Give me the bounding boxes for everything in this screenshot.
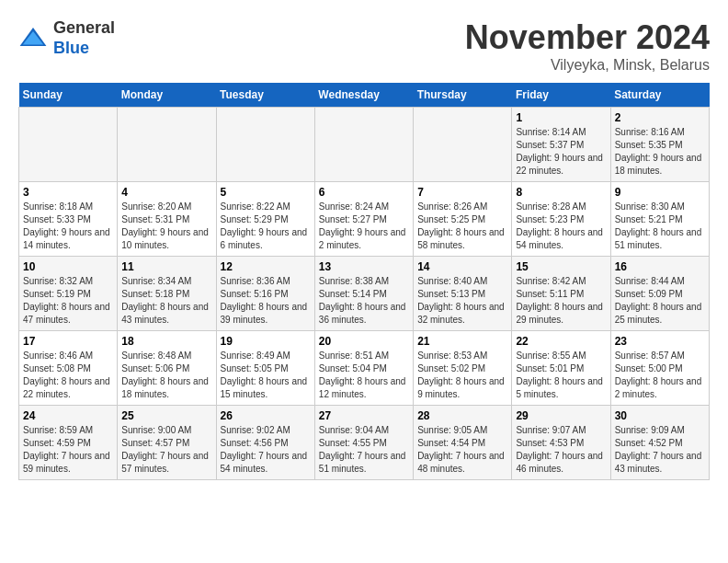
header-day-monday: Monday	[118, 83, 216, 108]
calendar-cell: 4Sunrise: 8:20 AM Sunset: 5:31 PM Daylig…	[118, 182, 216, 257]
header-day-friday: Friday	[512, 83, 610, 108]
day-number: 20	[319, 335, 409, 348]
calendar-cell: 10Sunrise: 8:32 AM Sunset: 5:19 PM Dayli…	[19, 257, 118, 331]
calendar-cell: 30Sunrise: 9:09 AM Sunset: 4:52 PM Dayli…	[610, 406, 709, 480]
day-number: 17	[23, 335, 113, 348]
calendar-cell: 27Sunrise: 9:04 AM Sunset: 4:55 PM Dayli…	[314, 406, 413, 480]
calendar-cell: 12Sunrise: 8:36 AM Sunset: 5:16 PM Dayli…	[216, 257, 314, 331]
day-number: 12	[221, 260, 311, 273]
day-info: Sunrise: 9:02 AM Sunset: 4:56 PM Dayligh…	[221, 424, 311, 476]
day-number: 9	[615, 186, 705, 199]
day-info: Sunrise: 8:30 AM Sunset: 5:21 PM Dayligh…	[615, 201, 705, 252]
calendar-cell: 13Sunrise: 8:38 AM Sunset: 5:14 PM Dayli…	[314, 257, 413, 331]
calendar-cell: 21Sunrise: 8:53 AM Sunset: 5:02 PM Dayli…	[414, 331, 512, 406]
day-number: 10	[23, 260, 113, 273]
day-info: Sunrise: 8:14 AM Sunset: 5:37 PM Dayligh…	[516, 126, 606, 178]
calendar-cell: 11Sunrise: 8:34 AM Sunset: 5:18 PM Dayli…	[118, 257, 216, 331]
calendar-cell: 9Sunrise: 8:30 AM Sunset: 5:21 PM Daylig…	[610, 182, 709, 257]
day-info: Sunrise: 8:55 AM Sunset: 5:01 PM Dayligh…	[516, 350, 606, 401]
day-info: Sunrise: 8:44 AM Sunset: 5:09 PM Dayligh…	[615, 275, 705, 327]
calendar-cell: 6Sunrise: 8:24 AM Sunset: 5:27 PM Daylig…	[314, 182, 413, 257]
header-day-sunday: Sunday	[19, 83, 118, 108]
day-info: Sunrise: 8:26 AM Sunset: 5:25 PM Dayligh…	[417, 201, 507, 252]
day-number: 26	[221, 409, 311, 422]
day-number: 25	[121, 409, 211, 422]
calendar-cell: 5Sunrise: 8:22 AM Sunset: 5:29 PM Daylig…	[216, 182, 314, 257]
calendar-body: 1Sunrise: 8:14 AM Sunset: 5:37 PM Daylig…	[19, 108, 710, 480]
day-number: 5	[221, 186, 311, 199]
day-info: Sunrise: 8:16 AM Sunset: 5:35 PM Dayligh…	[615, 126, 705, 178]
day-info: Sunrise: 8:38 AM Sunset: 5:14 PM Dayligh…	[319, 275, 409, 327]
calendar-cell: 18Sunrise: 8:48 AM Sunset: 5:06 PM Dayli…	[118, 331, 216, 406]
day-number: 15	[516, 260, 606, 273]
month-title: November 2024	[465, 18, 710, 57]
logo: General Blue	[18, 18, 115, 58]
calendar-cell: 19Sunrise: 8:49 AM Sunset: 5:05 PM Dayli…	[216, 331, 314, 406]
day-info: Sunrise: 9:07 AM Sunset: 4:53 PM Dayligh…	[516, 424, 606, 476]
week-row-5: 24Sunrise: 8:59 AM Sunset: 4:59 PM Dayli…	[19, 406, 710, 480]
day-number: 6	[319, 186, 409, 199]
week-row-3: 10Sunrise: 8:32 AM Sunset: 5:19 PM Dayli…	[19, 257, 710, 331]
day-info: Sunrise: 9:09 AM Sunset: 4:52 PM Dayligh…	[615, 424, 705, 476]
calendar-table: SundayMondayTuesdayWednesdayThursdayFrid…	[18, 83, 710, 480]
calendar-cell	[216, 108, 314, 182]
calendar-cell: 29Sunrise: 9:07 AM Sunset: 4:53 PM Dayli…	[512, 406, 610, 480]
day-info: Sunrise: 8:42 AM Sunset: 5:11 PM Dayligh…	[516, 275, 606, 327]
logo-general: General	[53, 18, 115, 37]
day-number: 11	[121, 260, 211, 273]
day-number: 2	[615, 111, 705, 124]
calendar-cell: 23Sunrise: 8:57 AM Sunset: 5:00 PM Dayli…	[610, 331, 709, 406]
day-info: Sunrise: 9:05 AM Sunset: 4:54 PM Dayligh…	[417, 424, 507, 476]
calendar-cell: 26Sunrise: 9:02 AM Sunset: 4:56 PM Dayli…	[216, 406, 314, 480]
day-number: 1	[516, 111, 606, 124]
day-number: 16	[615, 260, 705, 273]
day-number: 21	[417, 335, 507, 348]
calendar-header: SundayMondayTuesdayWednesdayThursdayFrid…	[19, 83, 710, 108]
week-row-2: 3Sunrise: 8:18 AM Sunset: 5:33 PM Daylig…	[19, 182, 710, 257]
calendar-cell: 1Sunrise: 8:14 AM Sunset: 5:37 PM Daylig…	[512, 108, 610, 182]
calendar-cell: 24Sunrise: 8:59 AM Sunset: 4:59 PM Dayli…	[19, 406, 118, 480]
day-info: Sunrise: 8:57 AM Sunset: 5:00 PM Dayligh…	[615, 350, 705, 401]
calendar-cell: 22Sunrise: 8:55 AM Sunset: 5:01 PM Dayli…	[512, 331, 610, 406]
calendar-cell: 3Sunrise: 8:18 AM Sunset: 5:33 PM Daylig…	[19, 182, 118, 257]
week-row-1: 1Sunrise: 8:14 AM Sunset: 5:37 PM Daylig…	[19, 108, 710, 182]
header-row: SundayMondayTuesdayWednesdayThursdayFrid…	[19, 83, 710, 108]
day-info: Sunrise: 8:22 AM Sunset: 5:29 PM Dayligh…	[221, 201, 311, 252]
day-number: 13	[319, 260, 409, 273]
day-info: Sunrise: 8:53 AM Sunset: 5:02 PM Dayligh…	[417, 350, 507, 401]
day-number: 29	[516, 409, 606, 422]
day-number: 27	[319, 409, 409, 422]
calendar-cell	[414, 108, 512, 182]
calendar-cell: 14Sunrise: 8:40 AM Sunset: 5:13 PM Dayli…	[414, 257, 512, 331]
logo-icon	[18, 24, 48, 53]
day-number: 23	[615, 335, 705, 348]
subtitle: Vilyeyka, Minsk, Belarus	[465, 57, 710, 74]
day-number: 22	[516, 335, 606, 348]
day-number: 7	[417, 186, 507, 199]
calendar-cell: 8Sunrise: 8:28 AM Sunset: 5:23 PM Daylig…	[512, 182, 610, 257]
day-info: Sunrise: 9:00 AM Sunset: 4:57 PM Dayligh…	[121, 424, 211, 476]
calendar-cell	[118, 108, 216, 182]
day-number: 8	[516, 186, 606, 199]
day-info: Sunrise: 8:46 AM Sunset: 5:08 PM Dayligh…	[23, 350, 113, 401]
logo-text: General Blue	[53, 18, 115, 58]
day-number: 14	[417, 260, 507, 273]
calendar-cell: 17Sunrise: 8:46 AM Sunset: 5:08 PM Dayli…	[19, 331, 118, 406]
week-row-4: 17Sunrise: 8:46 AM Sunset: 5:08 PM Dayli…	[19, 331, 710, 406]
calendar-cell: 28Sunrise: 9:05 AM Sunset: 4:54 PM Dayli…	[414, 406, 512, 480]
day-info: Sunrise: 8:40 AM Sunset: 5:13 PM Dayligh…	[417, 275, 507, 327]
day-number: 28	[417, 409, 507, 422]
day-number: 18	[121, 335, 211, 348]
day-number: 4	[121, 186, 211, 199]
day-info: Sunrise: 8:20 AM Sunset: 5:31 PM Dayligh…	[121, 201, 211, 252]
day-info: Sunrise: 8:36 AM Sunset: 5:16 PM Dayligh…	[221, 275, 311, 327]
calendar-cell	[314, 108, 413, 182]
calendar-cell: 20Sunrise: 8:51 AM Sunset: 5:04 PM Dayli…	[314, 331, 413, 406]
header-day-tuesday: Tuesday	[216, 83, 314, 108]
day-info: Sunrise: 8:51 AM Sunset: 5:04 PM Dayligh…	[319, 350, 409, 401]
day-number: 30	[615, 409, 705, 422]
day-number: 3	[23, 186, 113, 199]
day-number: 24	[23, 409, 113, 422]
header: General Blue November 2024 Vilyeyka, Min…	[18, 18, 710, 74]
logo-blue: Blue	[53, 39, 89, 57]
